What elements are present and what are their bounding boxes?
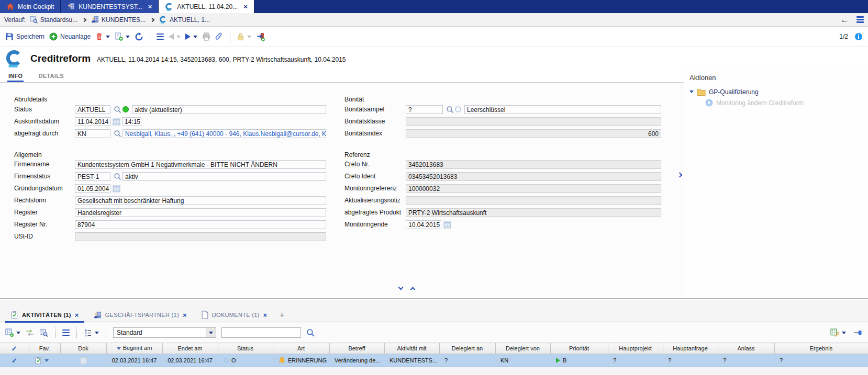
art-cell: ERINNERUNG bbox=[273, 354, 329, 367]
previous-record-button[interactable] bbox=[169, 33, 181, 40]
grouping-button[interactable] bbox=[84, 328, 99, 337]
col-aktivitaet-mit[interactable]: Aktivität mit bbox=[384, 343, 439, 354]
calendar-icon[interactable] bbox=[443, 221, 451, 229]
refresh-button[interactable] bbox=[135, 32, 143, 41]
play-circle-icon bbox=[705, 99, 713, 107]
tab-aktivitaeten[interactable]: AKTIVITÄTEN (1) × bbox=[5, 308, 84, 322]
tab-geschaeftspartner[interactable]: GESCHÄFTSPARTNER (1) × bbox=[88, 308, 192, 322]
save-icon bbox=[5, 32, 14, 41]
close-icon[interactable]: × bbox=[263, 311, 268, 319]
copy-add-icon bbox=[115, 32, 123, 41]
window-tab-cockpit[interactable]: Mein Cockpit bbox=[0, 0, 61, 13]
col-prioritaet[interactable]: Priorität bbox=[550, 343, 608, 354]
add-tab-button[interactable]: + bbox=[276, 311, 287, 319]
chevron-down-icon[interactable] bbox=[95, 332, 99, 336]
bonitaetsampel-code-field[interactable]: ? bbox=[406, 105, 443, 114]
col-status[interactable]: Status bbox=[218, 343, 273, 354]
tab-info[interactable]: INFO bbox=[7, 73, 24, 82]
col-hauptprojekt[interactable]: Hauptprojekt bbox=[608, 343, 663, 354]
col-betreff[interactable]: Betreff bbox=[329, 343, 384, 354]
chevron-down-icon[interactable] bbox=[842, 332, 846, 336]
close-icon[interactable]: × bbox=[148, 3, 152, 10]
fav-cell[interactable] bbox=[29, 354, 60, 367]
col-dok[interactable]: Dok bbox=[60, 343, 106, 354]
table-search-input[interactable] bbox=[221, 327, 301, 338]
attachment-button[interactable] bbox=[215, 32, 224, 41]
collapse-panel-icon[interactable] bbox=[398, 285, 404, 290]
close-icon[interactable]: × bbox=[75, 311, 79, 319]
search-icon[interactable] bbox=[446, 106, 454, 113]
print-button[interactable] bbox=[202, 32, 210, 41]
view-select-arrow[interactable] bbox=[206, 327, 216, 338]
copy-record-button[interactable] bbox=[115, 32, 130, 41]
monitoringende-field[interactable]: 10.04.2015 bbox=[406, 220, 441, 229]
check-icon: ✓ bbox=[12, 345, 17, 353]
action-folder-label: GP-Qualifizierung bbox=[709, 88, 759, 96]
col-beginnt-am[interactable]: Beginnt am bbox=[106, 343, 162, 354]
new-record-button[interactable]: Neuanlage bbox=[49, 32, 91, 41]
select-all-header[interactable]: ✓ bbox=[0, 343, 29, 354]
breadcrumb-item-aktuell[interactable]: AKTUELL, 1... bbox=[159, 16, 210, 24]
search-icon[interactable] bbox=[306, 328, 315, 337]
col-hauptanfrage[interactable]: Hauptanfrage bbox=[663, 343, 718, 354]
beginnt-am-cell: 02.03.2021 16:47 bbox=[106, 354, 162, 367]
ust-id-field[interactable] bbox=[75, 232, 326, 241]
row-checkbox[interactable]: ✓ bbox=[0, 354, 29, 367]
open-in-new-window-button[interactable] bbox=[256, 32, 265, 41]
action-folder-gp-qualifizierung[interactable]: GP-Qualifizierung bbox=[689, 88, 868, 96]
menu-icon[interactable] bbox=[157, 32, 164, 41]
delegiert-an-cell: ? bbox=[439, 354, 495, 367]
breadcrumb-item-label: KUNDENTES... bbox=[102, 16, 146, 24]
view-select[interactable]: Standard bbox=[113, 327, 216, 338]
abgefragtes-produkt-label: abgefragtes Produkt bbox=[344, 208, 401, 217]
bonitaetsampel-text-field[interactable]: Leerschlüssel bbox=[464, 105, 661, 114]
horizontal-splitter[interactable] bbox=[0, 298, 868, 299]
chevron-down-icon[interactable] bbox=[106, 36, 110, 40]
tab-details[interactable]: DETAILS bbox=[37, 73, 64, 82]
breadcrumb-label: Verlauf: bbox=[4, 16, 26, 24]
table-menu-icon[interactable] bbox=[62, 328, 70, 337]
save-button[interactable]: Speichern bbox=[5, 32, 44, 41]
expand-panel-icon[interactable] bbox=[410, 287, 416, 292]
tab-dokumente[interactable]: DOKUMENTE (1) × bbox=[196, 308, 273, 322]
col-endet-am[interactable]: Endet am bbox=[162, 343, 218, 354]
section-referenz: Referenz bbox=[344, 151, 370, 159]
chevron-down-icon[interactable] bbox=[126, 36, 130, 40]
delete-button[interactable] bbox=[95, 32, 110, 41]
info-icon[interactable] bbox=[854, 32, 863, 41]
page-title: Creditreform bbox=[30, 53, 91, 64]
chevron-down-icon[interactable] bbox=[44, 359, 49, 364]
chevron-down-icon[interactable] bbox=[689, 90, 694, 95]
refresh-icon bbox=[135, 32, 143, 41]
col-delegiert-von[interactable]: Delegiert von bbox=[495, 343, 550, 354]
table-search-icon[interactable] bbox=[39, 328, 48, 337]
dok-checkbox[interactable] bbox=[80, 357, 87, 364]
next-record-button[interactable] bbox=[185, 33, 197, 40]
table-settings-button[interactable] bbox=[830, 328, 846, 337]
transfer-icon[interactable] bbox=[26, 328, 34, 337]
main-panel: INFO DETAILS Abrufdetails Status AKTUELL… bbox=[0, 70, 684, 298]
lock-button[interactable] bbox=[237, 32, 251, 41]
col-delegiert-an[interactable]: Delegiert an bbox=[439, 343, 495, 354]
window-tab-aktuell[interactable]: AKTUELL, 11.04.20... × bbox=[159, 0, 254, 13]
chevron-down-icon[interactable] bbox=[16, 332, 20, 336]
col-ergebnis[interactable]: Ergebnis bbox=[774, 343, 868, 354]
history-back-icon[interactable]: ← bbox=[840, 15, 849, 24]
pin-icon[interactable] bbox=[853, 329, 863, 336]
new-row-button[interactable] bbox=[5, 328, 20, 337]
close-icon[interactable]: × bbox=[243, 3, 248, 10]
table-row[interactable]: ✓ 02.03.2021 16:47 02.03.2021 16:47 O bbox=[0, 354, 868, 367]
close-icon[interactable]: × bbox=[183, 311, 187, 319]
col-fav[interactable]: Fav. bbox=[29, 343, 60, 354]
breadcrumb-item-kundentestsystem[interactable]: KUNDENTES... bbox=[91, 16, 146, 24]
chevron-down-icon[interactable] bbox=[193, 36, 197, 40]
arrow-right-icon bbox=[185, 33, 191, 40]
breadcrumb-menu-icon[interactable] bbox=[856, 15, 864, 25]
business-partner-icon bbox=[94, 311, 102, 319]
window-tab-kundentestsystem[interactable]: KUNDENTESTSYST... × bbox=[61, 0, 159, 13]
action-monitoring-aendern[interactable]: Monitoring ändern Creditreform bbox=[705, 99, 868, 107]
col-art[interactable]: Art bbox=[273, 343, 329, 354]
col-anlass[interactable]: Anlass bbox=[718, 343, 774, 354]
breadcrumb-item-standardsuche[interactable]: Standardsu... bbox=[30, 16, 77, 24]
table-header-row: ✓ Fav. Dok Beginnt am Endet am Status Ar… bbox=[0, 343, 868, 354]
